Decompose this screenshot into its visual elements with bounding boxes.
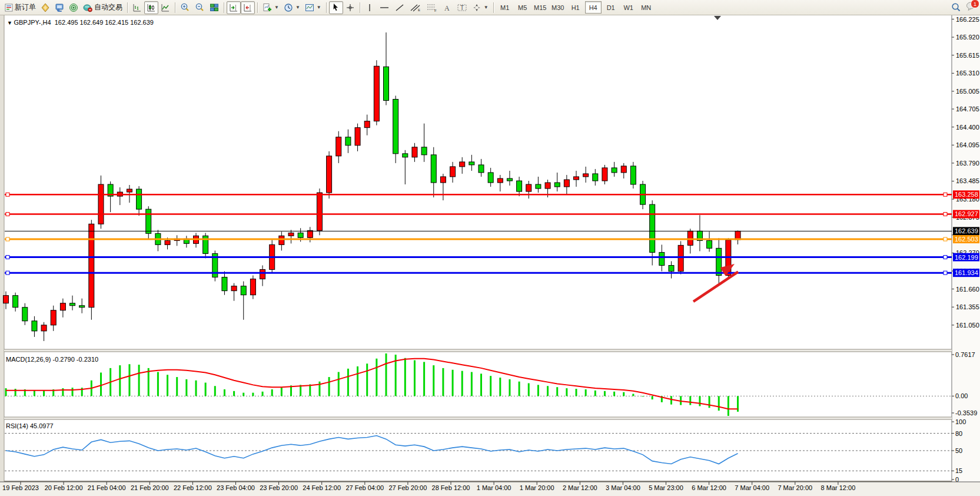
line-handle[interactable] [6,193,9,196]
market-watch-button[interactable] [52,1,67,14]
candle-up [687,231,693,245]
line-handle[interactable] [6,271,9,275]
zoom-out-button[interactable] [192,1,207,14]
crosshair-button[interactable] [343,1,357,14]
timeframe-M1[interactable]: M1 [497,1,513,14]
bar-chart-icon [132,3,142,12]
line-handle[interactable] [944,193,947,196]
candle-up [250,279,255,295]
candle-down [650,204,655,252]
arrows-button[interactable]: ▼ [470,1,491,14]
autotrading-button[interactable]: 自动交易 [81,1,125,14]
candle-down [469,162,474,165]
price-axis-tick: 163.790 [956,160,979,167]
macd-histogram-bar [366,363,368,396]
price-line-badge-text: 162.927 [955,210,978,217]
tile-windows-button[interactable] [207,1,221,14]
macd-histogram-bar [576,389,577,396]
chevron-down-icon: ▼ [484,5,489,10]
candle-down [393,99,398,153]
templates-button[interactable]: ▼ [303,1,324,14]
chart-shift-button[interactable] [241,1,255,14]
compass-button[interactable] [38,1,52,14]
macd-histogram-bar [652,396,653,399]
text-label-button[interactable]: T [454,1,470,14]
zoom-in-button[interactable] [178,1,192,14]
line-handle[interactable] [944,212,947,216]
line-chart-button[interactable] [158,1,172,14]
time-axis-label: 1 Mar 04:00 [477,484,511,491]
candle-down [669,265,674,271]
horizontal-line-button[interactable] [377,1,392,14]
toolbar-separator [175,2,175,13]
candle-up [364,121,370,128]
timeframe-D1[interactable]: D1 [603,1,619,14]
time-axis-label: 19 Feb 2023 [2,484,39,491]
line-handle[interactable] [944,271,947,275]
macd-histogram-bar [689,396,691,405]
search-icon[interactable] [951,2,961,12]
autotrading-icon [83,3,92,12]
line-handle[interactable] [6,212,9,216]
candle-up [288,233,294,236]
candle-up [231,286,237,291]
timeframe-M5[interactable]: M5 [514,1,531,14]
periods-button[interactable]: ▼ [281,1,303,14]
svg-text:E: E [418,8,420,12]
auto-scroll-button[interactable] [227,1,241,14]
svg-text:T: T [460,4,464,11]
price-axis-tick: 163.485 [956,177,979,184]
time-axis-label: 7 Mar 04:00 [735,484,769,491]
timeframe-M30[interactable]: M30 [550,1,566,14]
line-handle[interactable] [6,237,9,241]
notifications-button[interactable]: 1 [966,1,976,13]
candle-up [526,184,531,191]
candle-down [32,321,37,331]
timeframe-H4[interactable]: H4 [585,1,602,14]
bar-chart-button[interactable] [130,1,144,14]
macd-histogram-bar [357,366,358,396]
equidistant-channel-button[interactable]: E [407,1,424,14]
fibonacci-button[interactable]: F [424,1,440,14]
new-order-label: 新订单 [15,2,36,12]
vertical-line-button[interactable] [363,1,377,14]
macd-histogram-bar [138,365,140,396]
macd-histogram-bar [452,370,454,396]
toolbar-separator [127,2,128,13]
timeframe-H1[interactable]: H1 [567,1,584,14]
macd-histogram-bar [185,379,187,396]
signals-button[interactable] [67,1,81,14]
equidistant-channel-icon: E [410,3,421,12]
candle-down [384,67,389,100]
candlestick-chart-button[interactable] [144,1,158,14]
candle-down [13,296,18,307]
svg-text:A: A [444,4,450,12]
macd-histogram-bar [442,368,444,396]
timeframe-W1[interactable]: W1 [620,1,637,14]
line-handle[interactable] [944,237,947,241]
new-order-button[interactable]: 新订单 [2,1,38,14]
macd-histogram-bar [205,383,207,396]
time-axis-label: 5 Mar 23:00 [649,484,683,491]
price-axis-tick: 161.355 [956,303,979,310]
line-handle[interactable] [944,256,947,259]
trendline-button[interactable] [392,1,407,14]
text-button[interactable]: A [440,1,454,14]
svg-text:F: F [434,9,437,12]
timeframe-MN[interactable]: MN [638,1,655,14]
line-handle[interactable] [6,256,9,259]
macd-histogram-bar [376,359,377,396]
macd-histogram-bar [490,376,491,396]
indicators-button[interactable]: ▼ [260,1,281,14]
macd-axis-tick: 0.7617 [955,351,975,358]
time-axis-label: 6 Mar 12:00 [692,484,726,491]
text-label-icon: T [457,3,467,12]
candle-up [583,174,589,177]
chart-area[interactable]: 166.225165.920165.615165.310165.005164.7… [0,15,980,496]
cursor-button[interactable] [329,1,343,14]
candle-up [545,183,550,189]
timeframe-M15[interactable]: M15 [532,1,549,14]
time-axis-label: 28 Feb 12:00 [432,484,470,491]
macd-histogram-bar [547,386,549,396]
arrows-icon [472,3,481,12]
